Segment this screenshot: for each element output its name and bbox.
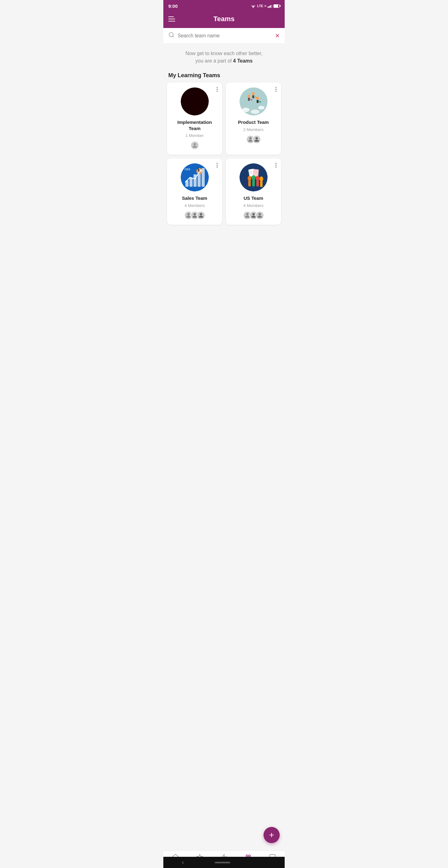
member-avatar (190, 141, 199, 150)
svg-point-29 (187, 213, 189, 215)
team-avatar-us (239, 163, 267, 191)
svg-point-50 (259, 213, 261, 215)
member-avatar (197, 211, 205, 220)
section-title: My Learning Teams (163, 70, 285, 83)
team-member-count-implementation: 1 Member (185, 133, 204, 138)
svg-point-41 (252, 175, 255, 180)
svg-point-11 (247, 95, 251, 98)
team-card-us[interactable]: US Team 4 Members (226, 158, 281, 225)
teams-count: 4 Teams (233, 58, 253, 63)
more-options-us[interactable] (274, 161, 278, 169)
menu-button[interactable] (168, 17, 175, 22)
team-name-implementation: ImplementationTeam (177, 119, 212, 131)
member-avatar (252, 135, 261, 144)
team-name-product: Product Team (238, 119, 269, 125)
svg-point-10 (251, 110, 259, 114)
svg-point-6 (193, 143, 196, 145)
intro-line1: Now get to know each other better, (185, 51, 262, 56)
team-avatar-implementation (181, 88, 209, 116)
svg-text:CES: CES (185, 168, 190, 171)
intro-line2: you are a part of (195, 58, 233, 63)
more-options-sales[interactable] (215, 161, 219, 169)
member-avatars-product (246, 135, 261, 144)
team-member-count-us: 4 Members (243, 203, 263, 208)
svg-point-31 (200, 213, 202, 215)
member-avatars-sales (184, 211, 205, 220)
svg-point-8 (242, 108, 250, 112)
search-bar: ✕ (163, 28, 285, 43)
header: Teams (163, 11, 285, 28)
status-time: 9:00 (168, 3, 178, 9)
svg-line-34 (249, 171, 252, 172)
more-options-product[interactable] (274, 86, 278, 93)
svg-point-17 (249, 137, 251, 139)
svg-line-35 (249, 173, 252, 173)
svg-point-43 (259, 177, 263, 181)
clear-search-icon[interactable]: ✕ (275, 32, 280, 39)
team-card-implementation[interactable]: ImplementationTeam 1 Member (167, 83, 222, 155)
team-card-sales[interactable]: CES Sales Team 4 Members (167, 158, 222, 225)
svg-line-5 (173, 36, 174, 37)
intro-section: Now get to know each other better, you a… (163, 43, 285, 70)
svg-point-49 (252, 213, 255, 215)
search-icon (168, 32, 174, 39)
svg-point-42 (256, 176, 259, 181)
svg-rect-14 (257, 100, 259, 103)
svg-point-40 (248, 176, 251, 181)
team-card-product[interactable]: Product Team 2 Members (226, 83, 281, 155)
svg-point-48 (246, 213, 248, 215)
svg-rect-44 (248, 180, 251, 186)
member-avatars-us (243, 211, 264, 220)
svg-rect-47 (260, 181, 263, 187)
member-avatar (255, 211, 264, 220)
svg-line-38 (254, 171, 257, 171)
search-input[interactable] (178, 33, 272, 39)
team-name-us: US Team (244, 195, 263, 202)
svg-rect-46 (256, 180, 259, 186)
team-name-sales: Sales Team (182, 195, 207, 202)
battery-icon (274, 4, 280, 8)
svg-point-9 (258, 106, 264, 110)
wifi-icon (251, 4, 256, 8)
member-avatars-implementation (190, 141, 199, 150)
svg-rect-16 (252, 95, 254, 98)
lte-superscript: R (264, 5, 266, 7)
svg-rect-45 (252, 180, 255, 186)
svg-line-39 (254, 172, 257, 173)
team-avatar-sales: CES (181, 163, 209, 191)
status-icons: LTE R (251, 4, 280, 8)
team-member-count-product: 2 Members (243, 127, 263, 132)
team-member-count-sales: 4 Members (185, 203, 205, 208)
team-avatar-product (239, 88, 267, 116)
svg-point-30 (193, 213, 196, 215)
svg-line-36 (249, 174, 252, 174)
page-title: Teams (214, 15, 234, 23)
more-options-implementation[interactable] (215, 86, 219, 93)
signal-bars (267, 4, 272, 8)
svg-rect-21 (189, 177, 193, 187)
svg-point-18 (255, 137, 258, 139)
teams-grid: ImplementationTeam 1 Member (163, 83, 285, 228)
svg-rect-12 (248, 98, 250, 101)
svg-point-15 (252, 92, 255, 95)
lte-label: LTE (257, 4, 263, 8)
status-bar: 9:00 LTE R (163, 0, 285, 11)
